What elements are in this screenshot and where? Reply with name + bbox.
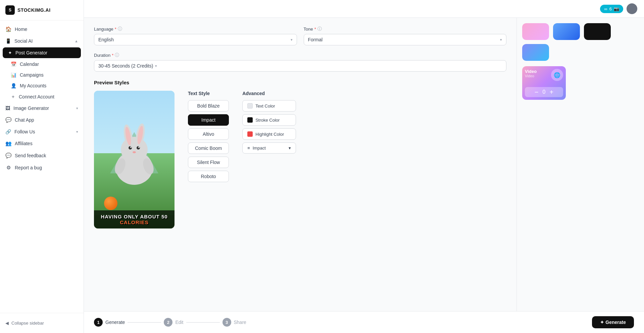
sidebar-item-affiliates-label: Affiliates xyxy=(15,141,33,146)
sidebar-item-send-feedback[interactable]: 💬 Send feedback xyxy=(0,150,84,162)
bug-icon: ⚙ xyxy=(5,165,11,171)
tone-required: * xyxy=(314,27,316,32)
post-generator-icon: ✦ xyxy=(8,50,12,55)
collapse-icon: ◀ xyxy=(5,321,9,326)
text-color-button[interactable]: Text Color xyxy=(242,100,296,112)
credits-badge[interactable]: ∞ 6 📷 xyxy=(600,5,623,13)
style-btn-impact[interactable]: Impact xyxy=(188,114,229,126)
style-btn-comic-boom[interactable]: Comic Boom xyxy=(188,142,229,154)
affiliates-icon: 👥 xyxy=(5,140,11,147)
language-group: Language * ⓘ English ▾ xyxy=(94,26,297,45)
bottom-bar: 1 Generate 2 Edit 3 Share ✦ Generate xyxy=(84,311,644,333)
video-card-label: Video xyxy=(525,69,537,74)
duration-required: * xyxy=(112,53,113,58)
highlight-color-button[interactable]: Highlight Color xyxy=(242,128,296,140)
image-generator-icon: 🖼 xyxy=(5,106,10,111)
media-card-purple[interactable] xyxy=(522,44,549,61)
sidebar-follow-us-label: Follow Us xyxy=(14,129,35,134)
generate-button[interactable]: ✦ Generate xyxy=(592,316,634,328)
sidebar: S STOCKIMG.AI 🏠 Home 📱 Social AI ▲ ✦ Pos… xyxy=(0,0,84,333)
media-card-pink[interactable] xyxy=(522,23,549,40)
sidebar-item-report-bug-label: Report a bug xyxy=(15,165,42,170)
media-card-black[interactable] xyxy=(584,23,611,40)
sidebar-item-connect-account-label: Connect Account xyxy=(19,94,54,99)
feedback-icon: 💬 xyxy=(5,153,11,159)
sidebar-social-ai[interactable]: 📱 Social AI ▲ xyxy=(0,35,84,47)
sidebar-item-chat-app-label: Chat App xyxy=(15,117,34,123)
style-btn-altivo[interactable]: Altivo xyxy=(188,128,229,140)
duration-info-icon[interactable]: ⓘ xyxy=(115,52,119,58)
counter-minus-button[interactable]: − xyxy=(535,89,539,95)
text-style-title: Text Style xyxy=(188,91,229,96)
form-area: Language * ⓘ English ▾ Tone * ⓘ xyxy=(84,18,516,311)
highlight-color-label: Highlight Color xyxy=(255,132,284,137)
sidebar-image-generator[interactable]: 🖼 Image Generator ▾ xyxy=(0,102,84,114)
my-accounts-icon: 👤 xyxy=(11,83,16,88)
sidebar-item-home-label: Home xyxy=(15,27,27,32)
media-card-blue[interactable] xyxy=(553,23,580,40)
collapse-sidebar-button[interactable]: ◀ Collapse sidebar xyxy=(0,317,84,329)
sidebar-item-report-bug[interactable]: ⚙ Report a bug xyxy=(0,162,84,174)
sidebar-item-calendar-label: Calendar xyxy=(20,61,39,67)
tone-chevron-icon: ▾ xyxy=(500,38,502,42)
step-1-label: Generate xyxy=(105,320,125,325)
language-required: * xyxy=(115,27,116,32)
main-content: ∞ 6 📷 Language * ⓘ English ▾ xyxy=(84,0,644,333)
style-btn-silent-flow[interactable]: Silent Flow xyxy=(188,157,229,168)
sidebar-item-affiliates[interactable]: 👥 Affiliates xyxy=(0,137,84,150)
language-select[interactable]: English ▾ xyxy=(94,34,297,45)
advanced-title: Advanced xyxy=(242,91,296,96)
style-btn-bold-blaze[interactable]: Bold Blaze xyxy=(188,100,229,112)
sidebar-item-calendar[interactable]: 📅 Calendar xyxy=(0,59,84,70)
home-icon: 🏠 xyxy=(5,26,11,32)
sidebar-item-post-generator[interactable]: ✦ Post Generator xyxy=(3,47,81,58)
step-3-circle: 3 xyxy=(222,318,231,327)
step-line-1 xyxy=(128,322,161,323)
duration-label: Duration * ⓘ xyxy=(94,52,506,58)
sidebar-item-home[interactable]: 🏠 Home xyxy=(0,23,84,35)
duration-chevron-icon: ▾ xyxy=(155,64,157,68)
step-3: 3 Share xyxy=(222,318,246,327)
language-info-icon[interactable]: ⓘ xyxy=(118,26,122,32)
font-label: Impact xyxy=(253,145,266,151)
sidebar-item-send-feedback-label: Send feedback xyxy=(15,153,46,158)
sidebar-item-campaigns[interactable]: 📊 Campaigns xyxy=(0,70,84,80)
duration-value: 30-45 Seconds (2 Credits) xyxy=(98,63,153,69)
style-btn-roboto[interactable]: Roboto xyxy=(188,171,229,182)
sidebar-follow-us[interactable]: 🔗 Follow Us ▾ xyxy=(0,126,84,137)
social-ai-icon: 📱 xyxy=(5,38,11,44)
sidebar-nav: 🏠 Home 📱 Social AI ▲ ✦ Post Generator 📅 … xyxy=(0,20,84,313)
sidebar-logo: S STOCKIMG.AI xyxy=(0,0,84,20)
media-cards xyxy=(522,23,639,61)
user-avatar[interactable] xyxy=(627,3,637,14)
steps: 1 Generate 2 Edit 3 Share xyxy=(94,318,246,327)
tone-select[interactable]: Formal ▾ xyxy=(304,34,507,45)
language-value: English xyxy=(98,37,114,42)
step-3-label: Share xyxy=(234,320,246,325)
stroke-color-swatch xyxy=(247,117,253,123)
social-ai-chevron-icon: ▲ xyxy=(75,39,78,43)
credits-count: 6 xyxy=(609,6,612,11)
follow-us-chevron-icon: ▾ xyxy=(76,130,78,134)
image-generator-chevron-icon: ▾ xyxy=(76,106,78,111)
step-2-circle: 2 xyxy=(164,318,172,327)
counter-value: 0 xyxy=(543,89,546,95)
sidebar-item-connect-account[interactable]: ＋ Connect Account xyxy=(0,91,84,102)
counter-plus-button[interactable]: + xyxy=(549,89,553,95)
video-card[interactable]: Video Video 🌐 − 0 + xyxy=(522,66,566,100)
preview-section-title: Preview Styles xyxy=(94,80,506,85)
duration-select[interactable]: 30-45 Seconds (2 Credits) ▾ xyxy=(94,60,506,72)
font-select-button[interactable]: ≡ Impact ▾ xyxy=(242,142,296,154)
top-bar: ∞ 6 📷 xyxy=(84,0,644,18)
tone-value: Formal xyxy=(308,37,323,42)
tone-info-icon[interactable]: ⓘ xyxy=(317,26,322,32)
preview-columns: HAVING ONLY ABOUT 50 CALORIES Text Style… xyxy=(94,91,506,228)
stroke-color-button[interactable]: Stroke Color xyxy=(242,114,296,126)
sidebar-item-my-accounts-label: My Accounts xyxy=(20,83,46,88)
sidebar-item-chat-app[interactable]: 💬 Chat App xyxy=(0,114,84,126)
connect-account-icon: ＋ xyxy=(11,94,15,100)
right-panel: Video Video 🌐 − 0 + xyxy=(516,18,644,311)
sidebar-item-my-accounts[interactable]: 👤 My Accounts xyxy=(0,80,84,91)
advanced-col: Advanced Text Color Stroke Color Highlig… xyxy=(242,91,296,154)
logo-icon: S xyxy=(5,5,15,15)
